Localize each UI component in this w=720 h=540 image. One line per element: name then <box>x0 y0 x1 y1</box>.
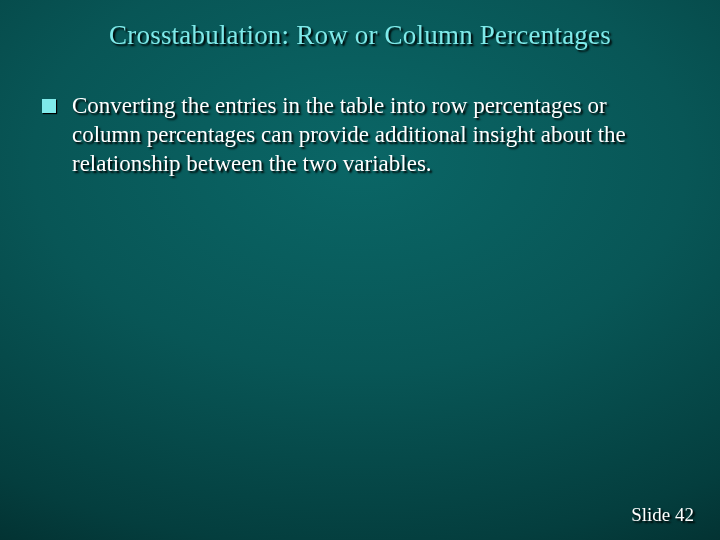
slide-number: Slide 42 <box>631 504 694 526</box>
list-item: Converting the entries in the table into… <box>42 92 670 178</box>
bullet-text: Converting the entries in the table into… <box>72 92 670 178</box>
slide: Crosstabulation: Row or Column Percentag… <box>0 0 720 540</box>
slide-label: Slide <box>631 504 670 525</box>
square-bullet-icon <box>42 99 56 113</box>
slide-title: Crosstabulation: Row or Column Percentag… <box>0 20 720 51</box>
slide-body: Converting the entries in the table into… <box>42 92 670 178</box>
slide-number-value: 42 <box>675 504 694 525</box>
